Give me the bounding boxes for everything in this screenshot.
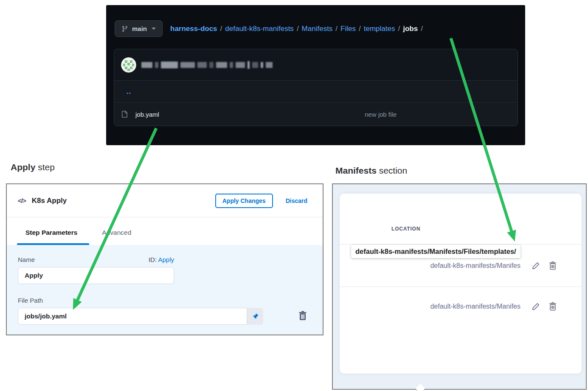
delete-step-field-button[interactable]: [297, 310, 308, 323]
step-id: ID: Apply: [149, 256, 174, 263]
step-tabs: Step Parameters Advanced: [7, 217, 323, 245]
breadcrumb-separator: /: [421, 25, 423, 33]
trash-icon: [298, 311, 307, 321]
manifests-table: LOCATION default-k8s-manifests/Manifes: [340, 194, 582, 374]
file-row[interactable]: job.yaml new job file: [114, 103, 518, 126]
branch-selector[interactable]: main: [115, 20, 163, 37]
file-name-link[interactable]: job.yaml: [135, 111, 159, 118]
id-label: ID:: [149, 256, 157, 263]
delete-manifest-button[interactable]: [549, 261, 557, 270]
tab-step-parameters[interactable]: Step Parameters: [24, 229, 79, 245]
manifest-location[interactable]: default-k8s-manifests/Manifes: [430, 262, 520, 270]
file-path-label: File Path: [18, 297, 312, 304]
apply-step-heading: Apply step: [11, 162, 55, 172]
latest-commit-row[interactable]: [114, 49, 518, 81]
step-panel-header: </> K8s Apply Apply Changes Discard: [7, 184, 323, 217]
github-topbar: main harness-docs / default-k8s-manifest…: [115, 20, 518, 37]
pushpin-icon: [252, 313, 259, 320]
delete-manifest-button[interactable]: [549, 302, 557, 311]
manifests-heading-rest: section: [377, 166, 407, 175]
name-input[interactable]: [18, 267, 174, 284]
step-parameters-form: Name ID: Apply File Path: [7, 245, 323, 335]
apply-heading-rest: step: [35, 162, 55, 172]
trash-icon: [549, 261, 557, 270]
manifests-heading-bold: Manifests: [335, 166, 377, 175]
github-file-browser: main harness-docs / default-k8s-manifest…: [106, 5, 525, 145]
code-icon: </>: [18, 197, 26, 204]
parent-directory-link[interactable]: ..: [127, 88, 131, 96]
breadcrumb-separator: /: [297, 25, 299, 33]
breadcrumb-separator: /: [359, 25, 361, 33]
edit-manifest-button[interactable]: [532, 262, 540, 270]
parent-directory-row[interactable]: ..: [114, 81, 518, 103]
trash-icon: [549, 302, 557, 311]
id-value-link[interactable]: Apply: [158, 256, 174, 263]
tooltip-caret: [416, 384, 425, 391]
file-list-box: .. job.yaml new job file: [114, 49, 518, 126]
breadcrumb-separator: /: [398, 25, 400, 33]
location-column-header: LOCATION: [391, 226, 420, 232]
step-title: K8s Apply: [32, 197, 67, 205]
apply-changes-button[interactable]: Apply Changes: [215, 194, 273, 208]
breadcrumb-templates[interactable]: templates: [364, 25, 395, 33]
location-tooltip: default-k8s-manifests/Manifests/Files/te…: [351, 245, 520, 258]
chevron-down-icon: [152, 28, 156, 30]
manifest-row: default-k8s-manifests/Manifes: [340, 287, 582, 326]
pencil-icon: [532, 302, 540, 311]
discard-button[interactable]: Discard: [283, 197, 310, 205]
avatar[interactable]: [121, 57, 136, 73]
k8s-apply-step-panel: </> K8s Apply Apply Changes Discard Step…: [6, 183, 324, 335]
tab-advanced[interactable]: Advanced: [100, 229, 133, 245]
git-branch-icon: [121, 25, 128, 32]
breadcrumb-files[interactable]: Files: [340, 25, 356, 33]
breadcrumb-repo[interactable]: harness-docs: [170, 25, 217, 33]
breadcrumb-manifests[interactable]: Manifests: [302, 25, 333, 33]
file-icon: [121, 111, 128, 118]
manifests-section-panel: LOCATION default-k8s-manifests/Manifes: [332, 183, 587, 390]
edit-manifest-button[interactable]: [532, 302, 540, 311]
breadcrumb: harness-docs / default-k8s-manifests / M…: [170, 25, 423, 33]
breadcrumb-default-k8s-manifests[interactable]: default-k8s-manifests: [225, 25, 294, 33]
breadcrumb-separator: /: [220, 25, 222, 33]
file-commit-message[interactable]: new job file: [365, 111, 397, 118]
pin-runtime-input-button[interactable]: [247, 308, 263, 325]
breadcrumb-jobs: jobs: [403, 25, 418, 33]
name-field-label: Name: [18, 256, 35, 263]
apply-heading-bold: Apply: [11, 162, 35, 172]
file-path-input[interactable]: [18, 308, 247, 325]
manifest-location[interactable]: default-k8s-manifests/Manifes: [430, 303, 520, 310]
breadcrumb-separator: /: [335, 25, 338, 33]
branch-name: main: [132, 25, 147, 32]
blurred-commit-text: [141, 61, 273, 69]
pencil-icon: [532, 262, 540, 270]
manifests-section-heading: Manifests section: [335, 166, 407, 176]
